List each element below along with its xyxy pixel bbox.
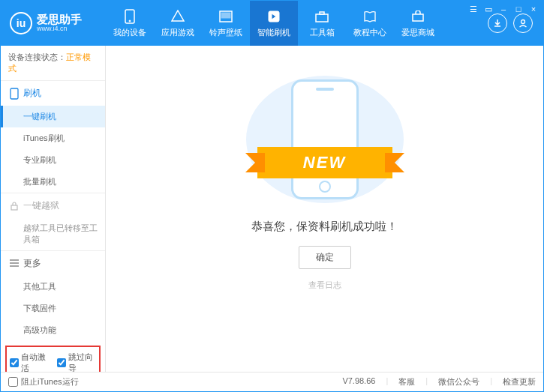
svg-rect-3 [221, 13, 230, 18]
nav-label: 应用游戏 [161, 27, 194, 38]
sidebar-item-advanced[interactable]: 高级功能 [1, 319, 105, 341]
svg-point-8 [521, 20, 525, 24]
new-ribbon: NEW [257, 147, 392, 178]
sidebar-item-other-tools[interactable]: 其他工具 [1, 276, 105, 298]
service-link[interactable]: 客服 [398, 376, 415, 388]
check-update-link[interactable]: 检查更新 [503, 376, 536, 388]
main-content: NEW 恭喜您，保资料刷机成功啦！ 确定 查看日志 [106, 46, 543, 372]
phone-icon [10, 88, 19, 100]
titlebar-right [488, 13, 543, 33]
nav-label: 教程中心 [353, 27, 386, 38]
apps-icon [170, 9, 185, 24]
nav-label: 智能刷机 [257, 27, 290, 38]
close-button[interactable]: × [528, 4, 539, 14]
svg-rect-5 [316, 14, 328, 22]
nav-my-device[interactable]: 我的设备 [106, 1, 154, 46]
connection-status: 设备连接状态：正常模式 [1, 46, 105, 80]
statusbar-right: V7.98.66 | 客服 | 微信公众号 | 检查更新 [342, 376, 536, 388]
version-label: V7.98.66 [342, 376, 375, 388]
book-icon [362, 9, 377, 24]
svg-rect-9 [11, 88, 18, 99]
svg-rect-6 [320, 12, 324, 14]
toolbox-icon [314, 9, 329, 24]
sidebar-item-download-fw[interactable]: 下载固件 [1, 298, 105, 319]
sidebar-item-oneclick[interactable]: 一键刷机 [1, 106, 105, 127]
svg-point-1 [129, 20, 131, 22]
cart-icon [410, 9, 425, 24]
nav-label: 工具箱 [310, 27, 335, 38]
lock-icon [10, 202, 19, 211]
nav-apps-games[interactable]: 应用游戏 [154, 1, 202, 46]
nav-label: 爱思商城 [401, 27, 434, 38]
nav-tutorial[interactable]: 教程中心 [346, 1, 394, 46]
maximize-button[interactable]: □ [513, 4, 524, 14]
sidebar-head-jailbreak[interactable]: 一键越狱 [1, 193, 105, 218]
download-button[interactable] [488, 13, 507, 33]
sidebar-head-more[interactable]: 更多 [1, 251, 105, 276]
app-name: 爱思助手 [37, 13, 82, 26]
app-url: www.i4.cn [37, 25, 82, 33]
ok-button[interactable]: 确定 [299, 246, 351, 269]
sidebar-item-itunes[interactable]: iTunes刷机 [1, 127, 105, 149]
wallpaper-icon [218, 9, 233, 24]
phone-illustration [291, 79, 359, 199]
svg-rect-10 [11, 205, 17, 210]
extra-icon[interactable]: ▭ [483, 4, 494, 14]
sidebar-head-flash[interactable]: 刷机 [1, 81, 105, 106]
menu-icon[interactable]: ☰ [468, 4, 479, 14]
nav-label: 我的设备 [113, 27, 146, 38]
phone-icon [122, 9, 137, 24]
illustration: NEW [246, 76, 404, 203]
nav-tabs: 我的设备 应用游戏 铃声壁纸 智能刷机 工具箱 教程中心 [106, 1, 488, 46]
wechat-link[interactable]: 微信公众号 [438, 376, 479, 388]
window-controls: ☰ ▭ – □ × [468, 4, 539, 14]
view-log-link[interactable]: 查看日志 [308, 280, 341, 291]
more-icon [10, 259, 19, 267]
success-message: 恭喜您，保资料刷机成功啦！ [251, 220, 398, 234]
sidebar-item-pro[interactable]: 专业刷机 [1, 149, 105, 171]
nav-ringtone-wallpaper[interactable]: 铃声壁纸 [202, 1, 250, 46]
body: 设备连接状态：正常模式 刷机 一键刷机 iTunes刷机 专业刷机 批量刷机 一… [1, 46, 543, 372]
sidebar-item-batch[interactable]: 批量刷机 [1, 171, 105, 193]
block-itunes-checkbox[interactable]: 阻止iTunes运行 [8, 376, 79, 388]
logo-area: iu 爱思助手 www.i4.cn [1, 12, 106, 34]
titlebar: iu 爱思助手 www.i4.cn 我的设备 应用游戏 铃声壁纸 智能刷机 [1, 1, 543, 46]
statusbar: 阻止iTunes运行 V7.98.66 | 客服 | 微信公众号 | 检查更新 [1, 372, 543, 391]
minimize-button[interactable]: – [498, 4, 509, 14]
app-window: ☰ ▭ – □ × iu 爱思助手 www.i4.cn 我的设备 应用游戏 铃声 [0, 0, 544, 392]
checkbox-skip-guide[interactable]: 跳过向导 [57, 352, 97, 372]
user-button[interactable] [513, 13, 533, 33]
flash-icon [266, 9, 281, 24]
logo-icon: iu [10, 12, 32, 34]
nav-smart-flash[interactable]: 智能刷机 [250, 1, 298, 46]
svg-rect-7 [413, 14, 423, 21]
checkbox-auto-activate[interactable]: 自动激活 [10, 352, 50, 372]
nav-store[interactable]: 爱思商城 [394, 1, 442, 46]
checkbox-group: 自动激活 跳过向导 [5, 346, 101, 372]
sidebar: 设备连接状态：正常模式 刷机 一键刷机 iTunes刷机 专业刷机 批量刷机 一… [1, 46, 106, 372]
nav-toolbox[interactable]: 工具箱 [298, 1, 346, 46]
sidebar-jailbreak-note: 越狱工具已转移至工具箱 [1, 218, 105, 250]
nav-label: 铃声壁纸 [209, 27, 242, 38]
